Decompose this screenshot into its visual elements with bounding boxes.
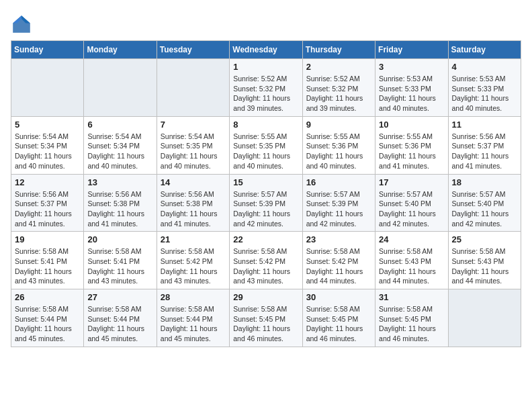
day-detail: Sunrise: 5:55 AM Sunset: 5:36 PM Dayligh…	[306, 132, 371, 171]
day-number: 26	[15, 292, 80, 302]
calendar-cell: 1Sunrise: 5:52 AM Sunset: 5:32 PM Daylig…	[230, 59, 302, 117]
day-number: 21	[161, 234, 226, 244]
day-detail: Sunrise: 5:55 AM Sunset: 5:36 PM Dayligh…	[379, 132, 444, 171]
calendar-cell: 29Sunrise: 5:58 AM Sunset: 5:45 PM Dayli…	[230, 289, 302, 347]
day-detail: Sunrise: 5:58 AM Sunset: 5:44 PM Dayligh…	[87, 304, 152, 344]
logo-icon	[11, 13, 32, 35]
day-detail: Sunrise: 5:54 AM Sunset: 5:34 PM Dayligh…	[15, 132, 80, 171]
calendar-cell: 20Sunrise: 5:58 AM Sunset: 5:41 PM Dayli…	[84, 232, 157, 289]
day-number: 5	[15, 120, 80, 130]
day-number: 24	[379, 234, 444, 244]
calendar-cell: 9Sunrise: 5:55 AM Sunset: 5:36 PM Daylig…	[302, 116, 375, 174]
calendar-cell: 27Sunrise: 5:58 AM Sunset: 5:44 PM Dayli…	[84, 289, 157, 347]
calendar-cell: 7Sunrise: 5:54 AM Sunset: 5:35 PM Daylig…	[157, 116, 229, 174]
calendar-cell: 25Sunrise: 5:58 AM Sunset: 5:43 PM Dayli…	[448, 232, 521, 289]
calendar-cell: 8Sunrise: 5:55 AM Sunset: 5:35 PM Daylig…	[230, 116, 302, 174]
day-number: 7	[161, 120, 226, 130]
calendar-cell: 2Sunrise: 5:52 AM Sunset: 5:32 PM Daylig…	[302, 59, 375, 117]
day-number: 9	[306, 120, 371, 130]
calendar-cell: 5Sunrise: 5:54 AM Sunset: 5:34 PM Daylig…	[11, 116, 84, 174]
calendar-cell: 22Sunrise: 5:58 AM Sunset: 5:42 PM Dayli…	[230, 232, 302, 289]
day-detail: Sunrise: 5:54 AM Sunset: 5:34 PM Dayligh…	[87, 132, 152, 171]
day-number: 16	[306, 177, 371, 187]
day-detail: Sunrise: 5:58 AM Sunset: 5:45 PM Dayligh…	[306, 304, 371, 344]
day-of-week-header: Thursday	[302, 41, 375, 59]
day-number: 8	[233, 120, 298, 130]
calendar-cell	[84, 59, 157, 117]
day-number: 29	[233, 292, 298, 302]
day-number: 20	[87, 234, 152, 244]
calendar-cell: 26Sunrise: 5:58 AM Sunset: 5:44 PM Dayli…	[11, 289, 84, 347]
calendar-cell: 16Sunrise: 5:57 AM Sunset: 5:39 PM Dayli…	[302, 174, 375, 232]
page-header	[11, 11, 521, 35]
calendar-cell: 21Sunrise: 5:58 AM Sunset: 5:42 PM Dayli…	[157, 232, 229, 289]
day-detail: Sunrise: 5:54 AM Sunset: 5:35 PM Dayligh…	[161, 132, 226, 171]
calendar-week-row: 5Sunrise: 5:54 AM Sunset: 5:34 PM Daylig…	[11, 116, 521, 174]
calendar-cell: 17Sunrise: 5:57 AM Sunset: 5:40 PM Dayli…	[375, 174, 448, 232]
day-number: 19	[15, 234, 80, 244]
calendar-cell: 11Sunrise: 5:56 AM Sunset: 5:37 PM Dayli…	[448, 116, 521, 174]
day-detail: Sunrise: 5:58 AM Sunset: 5:41 PM Dayligh…	[87, 246, 152, 286]
day-number: 15	[233, 177, 298, 187]
day-detail: Sunrise: 5:57 AM Sunset: 5:40 PM Dayligh…	[379, 189, 444, 229]
day-number: 25	[452, 234, 517, 244]
day-of-week-header: Tuesday	[157, 41, 229, 59]
day-number: 17	[379, 177, 444, 187]
calendar-week-row: 12Sunrise: 5:56 AM Sunset: 5:37 PM Dayli…	[11, 174, 521, 232]
calendar-cell: 30Sunrise: 5:58 AM Sunset: 5:45 PM Dayli…	[302, 289, 375, 347]
day-detail: Sunrise: 5:53 AM Sunset: 5:33 PM Dayligh…	[379, 74, 444, 113]
day-detail: Sunrise: 5:52 AM Sunset: 5:32 PM Dayligh…	[233, 74, 298, 113]
day-number: 27	[87, 292, 152, 302]
day-number: 18	[452, 177, 517, 187]
day-number: 22	[233, 234, 298, 244]
day-number: 1	[233, 62, 298, 72]
day-number: 13	[87, 177, 152, 187]
day-detail: Sunrise: 5:58 AM Sunset: 5:42 PM Dayligh…	[233, 246, 298, 286]
day-of-week-header: Friday	[375, 41, 448, 59]
calendar-week-row: 1Sunrise: 5:52 AM Sunset: 5:32 PM Daylig…	[11, 59, 521, 117]
calendar-cell: 24Sunrise: 5:58 AM Sunset: 5:43 PM Dayli…	[375, 232, 448, 289]
calendar-cell: 31Sunrise: 5:58 AM Sunset: 5:45 PM Dayli…	[375, 289, 448, 347]
calendar-cell: 15Sunrise: 5:57 AM Sunset: 5:39 PM Dayli…	[230, 174, 302, 232]
day-detail: Sunrise: 5:55 AM Sunset: 5:35 PM Dayligh…	[233, 132, 298, 171]
day-of-week-header: Sunday	[11, 41, 84, 59]
day-number: 23	[306, 234, 371, 244]
day-detail: Sunrise: 5:58 AM Sunset: 5:44 PM Dayligh…	[161, 304, 226, 344]
day-of-week-header: Monday	[84, 41, 157, 59]
day-number: 14	[161, 177, 226, 187]
calendar-cell: 14Sunrise: 5:56 AM Sunset: 5:38 PM Dayli…	[157, 174, 229, 232]
day-detail: Sunrise: 5:58 AM Sunset: 5:45 PM Dayligh…	[233, 304, 298, 344]
calendar-week-row: 19Sunrise: 5:58 AM Sunset: 5:41 PM Dayli…	[11, 232, 521, 289]
calendar-cell: 6Sunrise: 5:54 AM Sunset: 5:34 PM Daylig…	[84, 116, 157, 174]
day-number: 31	[379, 292, 444, 302]
day-detail: Sunrise: 5:58 AM Sunset: 5:41 PM Dayligh…	[15, 246, 80, 286]
day-detail: Sunrise: 5:57 AM Sunset: 5:39 PM Dayligh…	[233, 189, 298, 229]
day-detail: Sunrise: 5:56 AM Sunset: 5:38 PM Dayligh…	[161, 189, 226, 229]
day-detail: Sunrise: 5:57 AM Sunset: 5:40 PM Dayligh…	[452, 189, 517, 229]
day-of-week-header: Wednesday	[230, 41, 302, 59]
day-number: 6	[87, 120, 152, 130]
calendar-cell: 3Sunrise: 5:53 AM Sunset: 5:33 PM Daylig…	[375, 59, 448, 117]
day-detail: Sunrise: 5:53 AM Sunset: 5:33 PM Dayligh…	[452, 74, 517, 113]
calendar-cell: 4Sunrise: 5:53 AM Sunset: 5:33 PM Daylig…	[448, 59, 521, 117]
day-detail: Sunrise: 5:56 AM Sunset: 5:38 PM Dayligh…	[87, 189, 152, 229]
day-number: 2	[306, 62, 371, 72]
day-number: 3	[379, 62, 444, 72]
calendar-week-row: 26Sunrise: 5:58 AM Sunset: 5:44 PM Dayli…	[11, 289, 521, 347]
day-detail: Sunrise: 5:58 AM Sunset: 5:43 PM Dayligh…	[452, 246, 517, 286]
day-detail: Sunrise: 5:58 AM Sunset: 5:45 PM Dayligh…	[379, 304, 444, 344]
calendar-header-row: SundayMondayTuesdayWednesdayThursdayFrid…	[11, 41, 521, 59]
calendar-cell	[11, 59, 84, 117]
day-detail: Sunrise: 5:58 AM Sunset: 5:42 PM Dayligh…	[161, 246, 226, 286]
day-detail: Sunrise: 5:58 AM Sunset: 5:42 PM Dayligh…	[306, 246, 371, 286]
day-number: 28	[161, 292, 226, 302]
logo	[11, 13, 35, 35]
day-number: 10	[379, 120, 444, 130]
calendar-cell: 19Sunrise: 5:58 AM Sunset: 5:41 PM Dayli…	[11, 232, 84, 289]
calendar-cell	[157, 59, 229, 117]
day-detail: Sunrise: 5:58 AM Sunset: 5:43 PM Dayligh…	[379, 246, 444, 286]
calendar-cell: 13Sunrise: 5:56 AM Sunset: 5:38 PM Dayli…	[84, 174, 157, 232]
day-detail: Sunrise: 5:56 AM Sunset: 5:37 PM Dayligh…	[452, 132, 517, 171]
calendar-cell: 18Sunrise: 5:57 AM Sunset: 5:40 PM Dayli…	[448, 174, 521, 232]
day-detail: Sunrise: 5:58 AM Sunset: 5:44 PM Dayligh…	[15, 304, 80, 344]
